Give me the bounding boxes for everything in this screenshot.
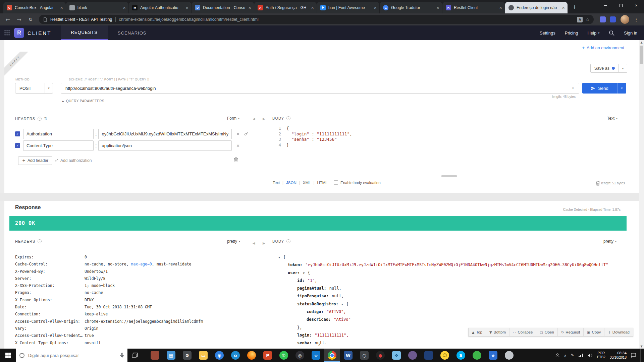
headers-mode-dropdown[interactable]: Form ▾ [227, 116, 239, 121]
reload-button[interactable]: ↻ [25, 17, 36, 22]
response-toolbar-request[interactable]: ↻Request [557, 328, 583, 336]
tab-close-icon[interactable]: ✕ [562, 6, 565, 10]
header-enabled-checkbox[interactable]: ✓ [15, 131, 20, 136]
tab-close-icon[interactable]: ✕ [311, 6, 314, 10]
url-history-caret-icon[interactable]: ▾ [572, 86, 574, 90]
taskbar-settings-gear[interactable]: ⚙ [179, 349, 195, 362]
header-name-input[interactable] [23, 129, 94, 139]
taskbar-clock[interactable]: 08:34 30/10/2018 [610, 351, 627, 360]
header-value-input[interactable] [98, 140, 232, 151]
network-icon[interactable] [579, 353, 583, 357]
settings-link[interactable]: Settings [540, 31, 555, 36]
body-format-json[interactable]: JSON [286, 181, 297, 185]
taskbar-file-explorer[interactable]: ▭ [195, 349, 211, 362]
vertical-scrollbar[interactable]: ▲ ▼ [639, 40, 644, 349]
help-icon[interactable]: ? [38, 117, 42, 121]
help-menu[interactable]: Help ▾ [587, 31, 599, 36]
back-button[interactable]: ← [3, 16, 13, 23]
scrollbar-thumb[interactable] [640, 46, 643, 64]
collapse-panel-left-icon[interactable]: ◀ [253, 117, 255, 121]
delete-body-icon[interactable] [596, 181, 600, 186]
taskbar-chrome[interactable] [324, 349, 340, 362]
header-enabled-checkbox[interactable]: ✓ [15, 143, 20, 148]
extension-icon-2[interactable] [610, 16, 616, 22]
close-button[interactable]: ✕ [629, 0, 644, 11]
taskbar-skype[interactable]: S [453, 349, 469, 362]
taskbar-browser-compass[interactable]: ◉ [211, 349, 227, 362]
tab-scenarios[interactable]: SCENARIOS [108, 25, 157, 40]
collapse-caret-icon[interactable]: ▾ [278, 255, 281, 259]
response-toolbar-collapse[interactable]: ▭Collapse [509, 328, 536, 336]
response-toolbar-bottom[interactable]: ▼Bottom [486, 328, 509, 336]
restlet-logo[interactable]: R [14, 28, 24, 38]
taskbar-search-tool[interactable]: ○ [356, 349, 372, 362]
sign-in-link[interactable]: Sign in [624, 31, 637, 36]
taskbar-app-1[interactable] [147, 349, 163, 362]
taskbar-firefox[interactable] [244, 349, 260, 362]
enable-body-evaluation-checkbox[interactable] [334, 180, 338, 185]
taskbar-vscode[interactable]: ‹› [308, 349, 324, 362]
response-headers-mode-dropdown[interactable]: pretty ▾ [227, 239, 240, 244]
save-as-caret[interactable]: ▾ [619, 64, 627, 73]
response-toolbar-copy[interactable]: ▣Copy [583, 328, 604, 336]
show-desktop-button[interactable] [640, 349, 642, 362]
tab-requests[interactable]: REQUESTS [61, 25, 108, 40]
header-value-input[interactable] [98, 129, 232, 139]
taskbar-app-navy[interactable] [421, 349, 437, 362]
forward-button[interactable]: → [14, 16, 24, 23]
browser-tab[interactable]: MAngular Authenticatio✕ [129, 2, 191, 13]
remove-header-icon[interactable]: ✕ [236, 143, 239, 148]
method-select[interactable]: POST ▾ [15, 83, 53, 94]
search-icon[interactable] [609, 30, 614, 36]
browser-tab[interactable]: CConsoleBox - Angular✕ [3, 2, 66, 13]
collapse-panel-left-icon[interactable]: ◀ [253, 241, 255, 245]
sort-icon[interactable]: ⇅ [44, 116, 47, 121]
response-body-mode-dropdown[interactable]: pretty ▾ [603, 239, 616, 244]
action-center-icon[interactable] [631, 353, 636, 358]
maximize-button[interactable] [613, 0, 629, 11]
taskbar-app-dark[interactable]: ◎ [292, 349, 308, 362]
apps-grid-icon[interactable] [4, 30, 10, 36]
add-authorization-link[interactable]: Add authorization [54, 158, 92, 163]
taskbar-edge[interactable]: e [227, 349, 244, 362]
start-button[interactable] [0, 349, 16, 362]
taskbar-photos[interactable]: ❖ [388, 349, 405, 362]
save-as-button[interactable]: Save as [590, 64, 619, 73]
taskbar-app-red-dot[interactable]: ● [372, 349, 388, 362]
body-format-xml[interactable]: XML [303, 181, 311, 185]
minimize-button[interactable] [598, 0, 613, 11]
help-icon[interactable]: ? [38, 239, 42, 243]
add-header-button[interactable]: + Add header [18, 156, 52, 165]
header-name-input[interactable] [23, 140, 94, 151]
query-parameters-toggle[interactable]: ▸ QUERY PARAMETERS [62, 99, 104, 103]
collapse-panel-right-icon[interactable]: ▶ [263, 117, 265, 121]
response-toolbar-open[interactable]: ▢Open [536, 328, 557, 336]
new-tab-button[interactable]: + [570, 3, 579, 12]
resize-grip[interactable] [441, 175, 457, 177]
tab-close-icon[interactable]: ✕ [249, 6, 251, 10]
scroll-up-arrow-icon[interactable]: ▲ [639, 41, 644, 44]
browser-tab[interactable]: AAuth / Segurança - GH✕ [254, 2, 317, 13]
taskbar-whatsapp[interactable]: ✆ [276, 349, 292, 362]
browser-tab[interactable]: RRestlet Client✕ [442, 2, 505, 13]
body-format-text[interactable]: Text [273, 181, 280, 185]
taskbar-search[interactable] [16, 349, 127, 362]
tab-close-icon[interactable]: ✕ [60, 6, 63, 10]
taskbar-search-input[interactable] [28, 353, 117, 358]
pen-icon[interactable]: ✎ [571, 353, 574, 358]
body-editor[interactable]: 1234 { "login" : "11111111111", "senha" … [272, 123, 627, 176]
taskbar-word[interactable]: W [340, 349, 356, 362]
remove-header-icon[interactable]: ✕ [236, 132, 239, 136]
body-format-html[interactable]: HTML [317, 181, 327, 185]
collapse-caret-icon[interactable]: ▾ [303, 271, 306, 275]
body-mode-dropdown[interactable]: Text ▾ [607, 116, 618, 121]
taskbar-app-silver[interactable] [501, 349, 517, 362]
scroll-down-arrow-icon[interactable]: ▼ [639, 345, 644, 348]
help-icon[interactable]: ? [286, 116, 290, 120]
delete-headers-icon[interactable] [234, 157, 238, 162]
taskbar-app-diamond[interactable]: ◆ [485, 349, 501, 362]
language-indicator[interactable]: POR PTB2 [597, 351, 605, 359]
volume-icon[interactable] [588, 353, 593, 358]
profile-avatar[interactable] [621, 15, 629, 24]
tab-close-icon[interactable]: ✕ [437, 6, 439, 10]
